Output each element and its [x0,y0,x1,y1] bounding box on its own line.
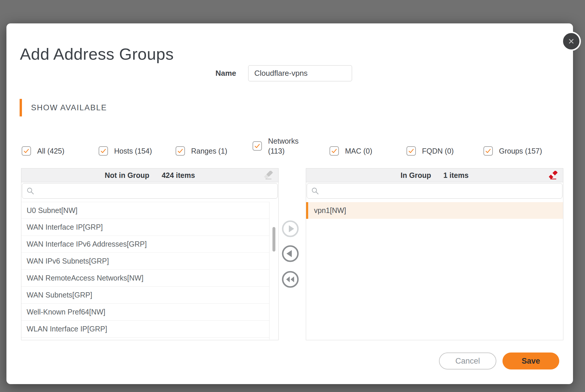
list-item[interactable]: U0 Subnet[NW] [21,202,269,219]
move-to-group-button[interactable] [282,220,299,238]
check-icon [253,142,261,150]
search-icon [26,187,35,195]
arrow-right-circle-icon [282,220,299,238]
filter-checkbox-networks[interactable]: Networks (113) [253,136,330,156]
name-label: Name [182,65,236,81]
not-in-group-count: 424 items [162,171,195,180]
add-address-groups-dialog: Add Address Groups Name SHOW AVAILABLE A… [6,23,573,384]
filter-label: Groups (157) [499,146,542,156]
double-arrow-left-circle-icon [282,271,299,288]
checkbox-icon [99,146,108,156]
checkbox-icon [253,141,262,151]
scrollbar-track[interactable] [269,202,278,340]
list-item[interactable]: Well-Known Pref64[NW] [21,304,269,321]
filter-label: MAC (0) [345,146,372,156]
check-icon [176,147,184,155]
name-input[interactable] [248,65,352,81]
not-in-group-panel: Not in Group 424 items [21,168,279,340]
erase-search-button[interactable] [263,170,274,181]
filter-row: All (425) Hosts (154) Ranges (1) Network… [22,136,564,156]
list-item[interactable]: WAN Interface IP[GRP] [21,219,269,236]
filter-checkbox-mac[interactable]: MAC (0) [330,146,406,156]
erase-group-button[interactable] [547,170,559,181]
list-item[interactable]: WAN IPv6 Subnets[GRP] [21,253,269,270]
filter-checkbox-all[interactable]: All (425) [22,146,99,156]
section-title: SHOW AVAILABLE [31,103,107,112]
not-in-group-searchbox [22,183,278,199]
list-item[interactable]: WLAN Interface IP[GRP] [21,321,269,338]
checkbox-icon [406,146,416,156]
close-button[interactable] [562,32,581,51]
in-group-title: In Group [401,171,431,180]
check-icon [99,147,107,155]
in-group-search-input[interactable] [319,183,562,198]
close-icon [567,37,576,46]
filter-label: Ranges (1) [191,146,227,156]
in-group-panel: In Group 1 items [306,168,563,340]
filter-checkbox-hosts[interactable]: Hosts (154) [99,146,176,156]
in-group-header: In Group 1 items [306,169,563,182]
search-icon [311,187,319,195]
check-icon [407,147,415,155]
list-item[interactable]: WAN RemoteAccess Networks[NW] [21,270,269,287]
remove-from-group-button[interactable] [282,245,299,262]
list-item[interactable]: WAN Subnets[GRP] [21,287,269,304]
list-item[interactable]: WAN Interface IPv6 Addresses[GRP] [21,236,269,253]
check-icon [23,147,30,155]
remove-all-from-group-button[interactable] [282,271,299,288]
dialog-title: Add Address Groups [20,44,174,63]
checkbox-icon [330,146,339,156]
checkbox-icon [22,146,31,156]
not-in-group-search-input[interactable] [35,183,277,198]
in-group-searchbox [307,183,562,199]
checkbox-icon [483,146,493,156]
arrow-left-circle-icon [282,245,299,262]
show-available-section: SHOW AVAILABLE [20,99,107,116]
filter-checkbox-ranges[interactable]: Ranges (1) [176,146,253,156]
filter-label: All (425) [37,146,64,156]
eraser-red-icon [548,171,558,180]
filter-label: Hosts (154) [114,146,152,156]
check-icon [330,147,338,155]
filter-label: FQDN (0) [422,146,454,156]
filter-label: Networks (113) [268,136,305,156]
check-icon [484,147,492,155]
eraser-icon [263,171,273,180]
scrollbar-thumb[interactable] [272,227,275,252]
not-in-group-list: U0 Subnet[NW] WAN Interface IP[GRP] WAN … [21,202,269,340]
in-group-count: 1 items [443,171,469,180]
section-accent-bar [20,99,22,116]
cancel-button[interactable]: Cancel [439,353,496,369]
in-group-list: vpn1[NW] [306,202,563,340]
save-button[interactable]: Save [502,353,559,369]
filter-checkbox-fqdn[interactable]: FQDN (0) [406,146,483,156]
not-in-group-header: Not in Group 424 items [21,169,278,182]
filter-checkbox-groups[interactable]: Groups (157) [483,146,560,156]
selected-group-member[interactable]: vpn1[NW] [306,202,563,219]
checkbox-icon [176,146,185,156]
not-in-group-title: Not in Group [105,171,150,180]
